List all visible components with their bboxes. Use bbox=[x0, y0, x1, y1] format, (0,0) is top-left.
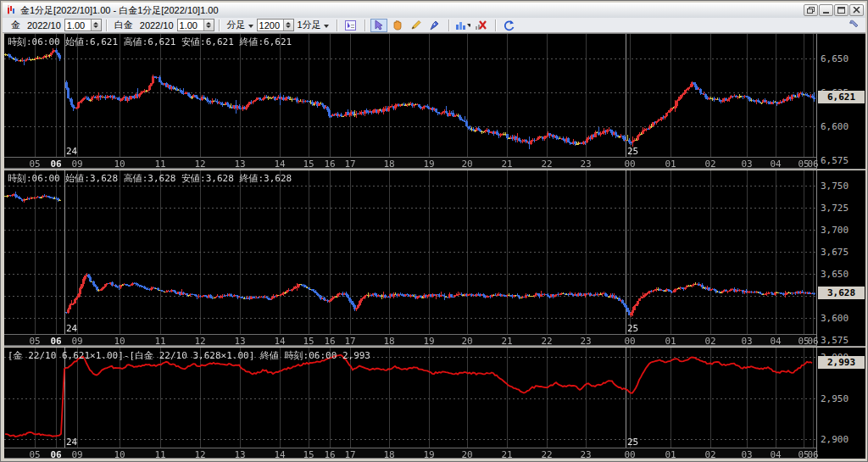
x-tick-label: 23 bbox=[580, 449, 591, 460]
y-tick-label: 3,750 bbox=[821, 181, 849, 192]
toolbar-separator bbox=[337, 19, 337, 31]
toolbar-separator bbox=[495, 19, 496, 31]
price-axis-column: 6,6506,6256,6006,5756,6213,7503,7253,700… bbox=[816, 34, 865, 459]
bar-count-spinner[interactable]: 1200 bbox=[257, 19, 294, 31]
platinum-month-label: 2022/10 bbox=[140, 20, 174, 31]
bar-type-dropdown[interactable]: 分足 bbox=[227, 19, 253, 31]
x-tick-label: 11 bbox=[154, 449, 165, 460]
price-chart-canvas[interactable] bbox=[4, 34, 816, 459]
x-tick-label: 21 bbox=[501, 449, 512, 460]
chart-cursor-icon bbox=[344, 19, 357, 31]
interval-dropdown[interactable]: 1分足 bbox=[298, 19, 329, 31]
pencil-icon bbox=[409, 19, 422, 31]
x-tick-label: 09 bbox=[71, 449, 82, 460]
session-date-label: 24 bbox=[66, 146, 77, 157]
select-arrow-icon bbox=[372, 19, 385, 31]
annotate-pen-button[interactable] bbox=[426, 19, 443, 32]
current-price-box: 2,993 bbox=[818, 356, 865, 369]
toolbar-separator bbox=[448, 19, 449, 31]
x-tick-label: 13 bbox=[234, 449, 245, 460]
spread-info: [金 22/10 6,621×1.00]-[白金 22/10 3,628×1.0… bbox=[8, 349, 370, 362]
x-tick-label: 05 bbox=[29, 449, 40, 460]
x-tick-label: 00 bbox=[624, 449, 635, 460]
x-tick-label: 15 bbox=[303, 449, 314, 460]
time-axis-spread: 0506091011121314151617181920212223000102… bbox=[4, 448, 816, 459]
toolbar-separator bbox=[219, 19, 220, 31]
spinner-buttons[interactable] bbox=[283, 19, 293, 31]
pan-tool-button[interactable] bbox=[389, 19, 406, 32]
platinum-ratio-spinner[interactable]: 1.00 bbox=[177, 19, 214, 31]
y-tick-label: 3,600 bbox=[821, 313, 849, 324]
x-tick-label: 19 bbox=[423, 449, 434, 460]
toolbar-separator bbox=[106, 19, 107, 31]
settings-button[interactable] bbox=[848, 19, 860, 33]
y-tick-label: 6,650 bbox=[821, 53, 849, 64]
toolbar-separator bbox=[364, 19, 365, 31]
close-icon bbox=[853, 7, 860, 14]
x-tick-label: 20 bbox=[461, 449, 472, 460]
x-tick-label: 06 bbox=[50, 449, 61, 460]
x-tick-label: 04 bbox=[770, 449, 781, 460]
y-tick-label: 6,575 bbox=[821, 155, 849, 166]
chart-type-button[interactable] bbox=[454, 19, 471, 32]
session-date-label: 25 bbox=[627, 146, 638, 157]
panel-separator[interactable] bbox=[4, 169, 865, 170]
y-tick-label: 3,725 bbox=[821, 203, 849, 214]
draw-line-button[interactable] bbox=[408, 19, 425, 32]
minimize-button[interactable] bbox=[819, 4, 833, 16]
x-tick-label: 17 bbox=[344, 449, 355, 460]
crosshair-tool-button[interactable] bbox=[342, 19, 359, 32]
select-tool-button[interactable] bbox=[370, 19, 387, 32]
y-tick-label: 6,600 bbox=[821, 121, 849, 132]
platinum-ratio-value[interactable]: 1.00 bbox=[178, 19, 203, 31]
hand-icon bbox=[391, 19, 403, 31]
current-price-box: 6,621 bbox=[818, 91, 865, 103]
bar-chart-icon bbox=[455, 19, 470, 31]
delete-x-icon bbox=[475, 19, 487, 31]
session-date-label: 24 bbox=[66, 323, 77, 334]
stacked-windows-icon bbox=[807, 7, 815, 14]
y-tick-label: 3,650 bbox=[821, 269, 849, 280]
x-tick-label: 10 bbox=[114, 449, 125, 460]
chevron-down-icon bbox=[248, 25, 253, 28]
session-date-label: 25 bbox=[627, 437, 638, 448]
platinum-ohlc-info: 時刻:06:00 始値:3,628 高値:3,628 安値:3,628 終値:3… bbox=[8, 172, 292, 185]
spinner-buttons[interactable] bbox=[91, 19, 101, 31]
x-tick-label: 03 bbox=[741, 449, 752, 460]
refresh-icon bbox=[503, 19, 515, 31]
session-date-label: 24 bbox=[66, 437, 77, 448]
time-axis-platinum: 0506091011121314151617181920212223000102… bbox=[4, 334, 816, 346]
x-tick-label: 02 bbox=[704, 449, 715, 460]
pen-icon bbox=[428, 19, 441, 31]
close-button[interactable] bbox=[849, 4, 864, 16]
x-tick-label: 06 bbox=[807, 449, 818, 460]
platinum-label: 白金 bbox=[114, 19, 133, 31]
bar-count-value[interactable]: 1200 bbox=[258, 19, 283, 31]
panel-separator[interactable] bbox=[4, 346, 865, 348]
maximize-button[interactable] bbox=[834, 4, 849, 16]
minimize-icon bbox=[822, 7, 830, 14]
x-tick-label: 12 bbox=[194, 449, 205, 460]
time-axis-gold: 0506091011121314151617181920212223000102… bbox=[4, 157, 816, 169]
x-tick-label: 16 bbox=[324, 449, 335, 460]
current-price-box: 3,628 bbox=[818, 287, 865, 299]
chevron-down-icon bbox=[324, 25, 329, 28]
window-title: 金1分足[2022/10]1.00 - 白金1分足[2022/10]1.00 bbox=[20, 4, 803, 17]
spinner-buttons[interactable] bbox=[203, 19, 214, 31]
y-tick-label: 3,675 bbox=[821, 247, 849, 258]
delete-chart-button[interactable] bbox=[473, 19, 490, 32]
gold-ohlc-info: 時刻:06:00 始値:6,621 高値:6,621 安値:6,621 終値:6… bbox=[8, 36, 292, 48]
session-date-label: 25 bbox=[627, 323, 638, 334]
x-tick-label: 01 bbox=[665, 449, 676, 460]
x-tick-label: 22 bbox=[541, 449, 552, 460]
gold-label: 金 bbox=[11, 19, 20, 31]
x-tick-label: 14 bbox=[274, 449, 285, 460]
gold-ratio-spinner[interactable]: 1.00 bbox=[64, 19, 102, 31]
y-tick-label: 3,575 bbox=[821, 335, 849, 346]
x-tick-label: 18 bbox=[383, 449, 394, 460]
y-tick-label: 2,900 bbox=[821, 434, 849, 445]
title-bar: 金1分足[2022/10]1.00 - 白金1分足[2022/10]1.00 bbox=[3, 3, 865, 18]
gold-ratio-value[interactable]: 1.00 bbox=[65, 19, 91, 31]
restore-window-button[interactable] bbox=[804, 4, 818, 16]
refresh-button[interactable] bbox=[501, 19, 518, 32]
